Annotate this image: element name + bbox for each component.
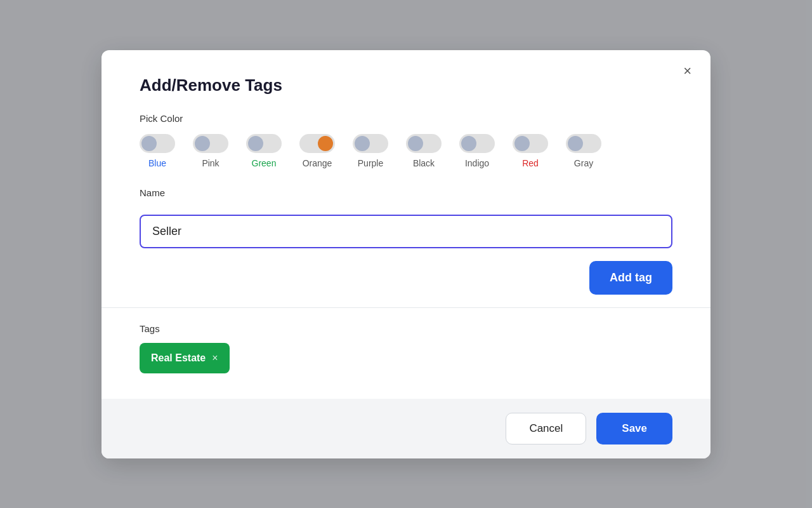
toggle-thumb-gray bbox=[568, 136, 583, 151]
color-label-orange: Orange bbox=[303, 158, 332, 168]
color-label-green: Green bbox=[252, 158, 277, 168]
toggle-thumb-orange bbox=[318, 136, 333, 151]
color-option-red[interactable]: Red bbox=[513, 134, 548, 168]
tag-remove-real-estate[interactable]: × bbox=[212, 353, 218, 363]
name-input[interactable] bbox=[140, 215, 672, 248]
color-label-red: Red bbox=[522, 158, 539, 168]
toggle-track-indigo bbox=[459, 134, 495, 153]
toggle-track-gray bbox=[566, 134, 601, 153]
toggle-thumb-blue bbox=[141, 136, 157, 151]
tag-label-real-estate: Real Estate bbox=[151, 352, 206, 364]
color-label-indigo: Indigo bbox=[465, 158, 489, 168]
name-label: Name bbox=[140, 187, 672, 198]
cancel-button[interactable]: Cancel bbox=[506, 413, 586, 444]
tags-row: Real Estate× bbox=[140, 343, 672, 373]
divider bbox=[102, 307, 710, 308]
color-option-green[interactable]: Green bbox=[246, 134, 282, 168]
tags-label: Tags bbox=[140, 323, 672, 334]
save-button[interactable]: Save bbox=[596, 413, 672, 444]
toggle-track-red bbox=[513, 134, 548, 153]
color-label-pink: Pink bbox=[202, 158, 219, 168]
modal-backdrop: × Add/Remove Tags Pick Color BluePinkGre… bbox=[0, 0, 812, 508]
toggle-thumb-black bbox=[408, 136, 423, 151]
toggle-thumb-purple bbox=[355, 136, 370, 151]
toggle-thumb-green bbox=[248, 136, 263, 151]
close-button[interactable]: × bbox=[678, 62, 697, 81]
toggle-track-green bbox=[246, 134, 282, 153]
color-picker-row: BluePinkGreenOrangePurpleBlackIndigoRedG… bbox=[140, 134, 672, 168]
tag-chip-real-estate: Real Estate× bbox=[140, 343, 230, 373]
toggle-track-purple bbox=[353, 134, 388, 153]
toggle-track-blue bbox=[140, 134, 175, 153]
toggle-track-black bbox=[406, 134, 442, 153]
toggle-track-orange bbox=[299, 134, 335, 153]
modal-title: Add/Remove Tags bbox=[140, 76, 672, 95]
name-section: Name bbox=[140, 187, 672, 248]
color-label-blue: Blue bbox=[148, 158, 166, 168]
color-option-purple[interactable]: Purple bbox=[353, 134, 388, 168]
modal-footer: Cancel Save bbox=[102, 399, 710, 458]
add-remove-tags-modal: × Add/Remove Tags Pick Color BluePinkGre… bbox=[102, 50, 710, 458]
color-label-purple: Purple bbox=[358, 158, 383, 168]
add-tag-button[interactable]: Add tag bbox=[589, 261, 672, 295]
toggle-thumb-indigo bbox=[461, 136, 476, 151]
toggle-thumb-pink bbox=[195, 136, 210, 151]
color-option-blue[interactable]: Blue bbox=[140, 134, 175, 168]
toggle-thumb-red bbox=[514, 136, 530, 151]
color-option-indigo[interactable]: Indigo bbox=[459, 134, 495, 168]
color-label-gray: Gray bbox=[574, 158, 593, 168]
color-option-pink[interactable]: Pink bbox=[193, 134, 228, 168]
color-option-gray[interactable]: Gray bbox=[566, 134, 601, 168]
modal-body: Add/Remove Tags Pick Color BluePinkGreen… bbox=[102, 50, 710, 307]
toggle-track-pink bbox=[193, 134, 228, 153]
pick-color-label: Pick Color bbox=[140, 113, 672, 124]
color-option-black[interactable]: Black bbox=[406, 134, 442, 168]
tags-section: Tags Real Estate× bbox=[102, 323, 710, 392]
color-option-orange[interactable]: Orange bbox=[299, 134, 335, 168]
color-label-black: Black bbox=[413, 158, 435, 168]
add-tag-row: Add tag bbox=[140, 261, 672, 307]
